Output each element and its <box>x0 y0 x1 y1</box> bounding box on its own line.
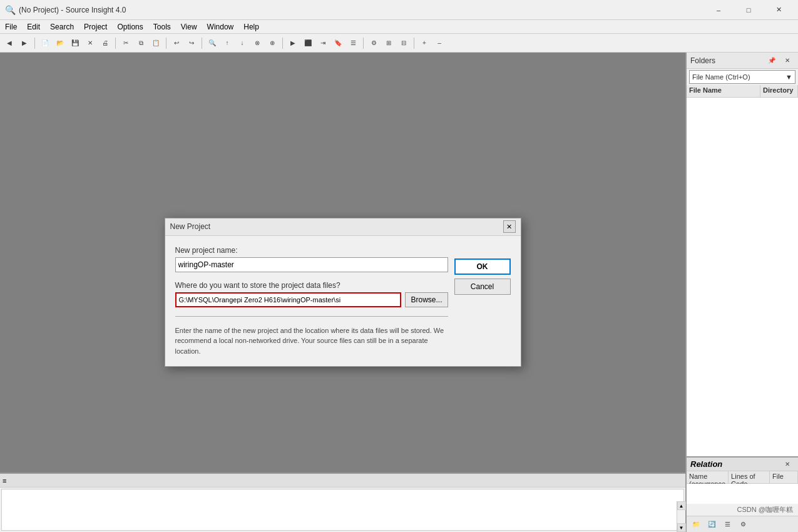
workspace: New Project ✕ New project name: Where do… <box>0 53 685 532</box>
title-bar: 🔍 (No Project) - Source Insight 4.0 – □ … <box>0 0 798 20</box>
tb-find[interactable]: 🔍 <box>205 36 219 50</box>
dropdown-arrow-icon: ▼ <box>785 73 792 81</box>
menu-tools[interactable]: Tools <box>148 20 176 33</box>
tb-sep-6 <box>363 38 364 49</box>
menu-help[interactable]: Help <box>238 20 264 33</box>
right-panel-header: Folders 📌 ✕ <box>687 53 798 69</box>
tb-stop[interactable]: ⬛ <box>301 36 315 50</box>
project-path-label: Where do you want to store the project d… <box>175 281 448 290</box>
dialog-titlebar: New Project ✕ <box>165 218 521 236</box>
folders-panel-title: Folders <box>690 56 715 65</box>
tb-undo[interactable]: ↩ <box>170 36 183 50</box>
editor-area: New Project ✕ New project name: Where do… <box>0 53 685 532</box>
menu-bar: File Edit Search Project Options Tools V… <box>0 20 798 34</box>
dialog-close-button[interactable]: ✕ <box>503 220 516 233</box>
relation-header: Relation ✕ <box>687 458 798 471</box>
relation-body <box>687 484 798 504</box>
menu-project[interactable]: Project <box>79 20 112 33</box>
menu-view[interactable]: View <box>176 20 202 33</box>
close-button[interactable]: ✕ <box>764 1 793 19</box>
relation-panel-title: Relation <box>690 459 722 469</box>
tb-sep-3 <box>166 38 166 49</box>
tb-close[interactable]: ✕ <box>83 36 97 50</box>
tb-print[interactable]: 🖨 <box>98 36 112 50</box>
tb-run[interactable]: ▶ <box>286 36 300 50</box>
tb-save[interactable]: 💾 <box>68 36 82 50</box>
dialog-body: New project name: Where do you want to s… <box>165 236 521 367</box>
tb-search2[interactable]: ⊕ <box>265 36 279 50</box>
maximize-button[interactable]: □ <box>734 1 763 19</box>
window-controls: – □ ✕ <box>704 1 793 19</box>
menu-edit[interactable]: Edit <box>22 20 45 33</box>
bottom-panel-scrollbar: ▲ ▼ <box>677 501 685 532</box>
tb-zoom-out[interactable]: – <box>432 36 446 50</box>
menu-options[interactable]: Options <box>112 20 148 33</box>
menu-window[interactable]: Window <box>202 20 239 33</box>
cancel-button[interactable]: Cancel <box>454 279 511 295</box>
panel-tb-btn-3[interactable]: ☰ <box>720 518 734 531</box>
tb-sep-1 <box>34 38 35 49</box>
dropdown-label: File Name (Ctrl+O) <box>692 73 750 81</box>
ok-button[interactable]: OK <box>454 258 511 275</box>
tb-search1[interactable]: ⊗ <box>250 36 264 50</box>
menu-search[interactable]: Search <box>45 20 79 33</box>
menu-file[interactable]: File <box>0 20 22 33</box>
tb-sep-5 <box>282 38 283 49</box>
project-path-input[interactable] <box>175 292 402 307</box>
tb-more3[interactable]: ⊟ <box>397 36 411 50</box>
panel-close-button[interactable]: ✕ <box>780 54 794 68</box>
tb-forward[interactable]: ▶ <box>18 36 31 50</box>
file-selector-dropdown[interactable]: File Name (Ctrl+O) ▼ <box>689 70 795 84</box>
tb-paste[interactable]: 📋 <box>149 36 163 50</box>
tb-copy[interactable]: ⧉ <box>134 36 148 50</box>
tb-cut[interactable]: ✂ <box>119 36 133 50</box>
scroll-down-arrow[interactable]: ▼ <box>677 523 686 532</box>
bottom-panel: ≡ ▲ ▼ <box>0 473 685 532</box>
right-panel: Folders 📌 ✕ File Name (Ctrl+O) ▼ File Na… <box>685 53 798 532</box>
tb-sep-2 <box>115 38 116 49</box>
scroll-up-arrow[interactable]: ▲ <box>677 501 686 510</box>
relation-panel: Relation ✕ Name (occurrence order) Lines… <box>687 456 798 516</box>
dialog-left: New project name: Where do you want to s… <box>175 246 448 357</box>
col-directory: Directory <box>760 85 798 97</box>
rel-col-name: Name (occurrence order) <box>687 471 729 483</box>
tb-next[interactable]: ↓ <box>235 36 249 50</box>
panel-tb-btn-4[interactable]: ⚙ <box>736 518 750 531</box>
file-list-header: File Name Directory <box>687 85 798 98</box>
file-list-body <box>687 98 798 456</box>
tb-open[interactable]: 📂 <box>53 36 67 50</box>
relation-close-button[interactable]: ✕ <box>780 458 794 471</box>
dialog-title: New Project <box>170 222 211 231</box>
toolbar: ◀ ▶ 📄 📂 💾 ✕ 🖨 ✂ ⧉ 📋 ↩ ↪ 🔍 ↑ ↓ ⊗ ⊕ ▶ ⬛ ⇥ … <box>0 34 798 53</box>
rel-col-file: File <box>770 471 798 483</box>
tb-more2[interactable]: ⊞ <box>382 36 396 50</box>
tb-list[interactable]: ☰ <box>346 36 360 50</box>
tb-redo[interactable]: ↪ <box>185 36 198 50</box>
tb-sep-7 <box>414 38 414 49</box>
bottom-panel-body <box>1 489 684 531</box>
tb-prev[interactable]: ↑ <box>220 36 234 50</box>
panel-tb-btn-1[interactable]: 📁 <box>689 518 703 531</box>
tb-more1[interactable]: ⚙ <box>367 36 381 50</box>
col-filename: File Name <box>687 85 760 97</box>
minimize-button[interactable]: – <box>704 1 733 19</box>
panel-tb-btn-2[interactable]: 🔄 <box>705 518 719 531</box>
tb-zoom-in[interactable]: + <box>417 36 431 50</box>
bottom-panel-icon: ≡ <box>3 477 6 484</box>
watermark-text: CSDN @咖喱年糕 <box>737 505 793 514</box>
project-name-input[interactable] <box>175 257 448 272</box>
tb-back[interactable]: ◀ <box>3 36 16 50</box>
main-area: New Project ✕ New project name: Where do… <box>0 53 798 532</box>
title-text: (No Project) - Source Insight 4.0 <box>19 6 704 14</box>
dialog-right: OK Cancel <box>454 258 511 357</box>
panel-pin-button[interactable]: 📌 <box>765 54 779 68</box>
tb-step[interactable]: ⇥ <box>316 36 330 50</box>
dialog-hint: Enter the name of the new project and th… <box>175 325 448 357</box>
project-name-label: New project name: <box>175 246 448 255</box>
bottom-panel-header: ≡ <box>0 474 685 488</box>
relation-footer: CSDN @咖喱年糕 <box>687 504 798 516</box>
tb-new[interactable]: 📄 <box>38 36 52 50</box>
browse-button[interactable]: Browse... <box>405 292 448 307</box>
tb-bookmark[interactable]: 🔖 <box>331 36 345 50</box>
new-project-dialog: New Project ✕ New project name: Where do… <box>165 218 521 367</box>
